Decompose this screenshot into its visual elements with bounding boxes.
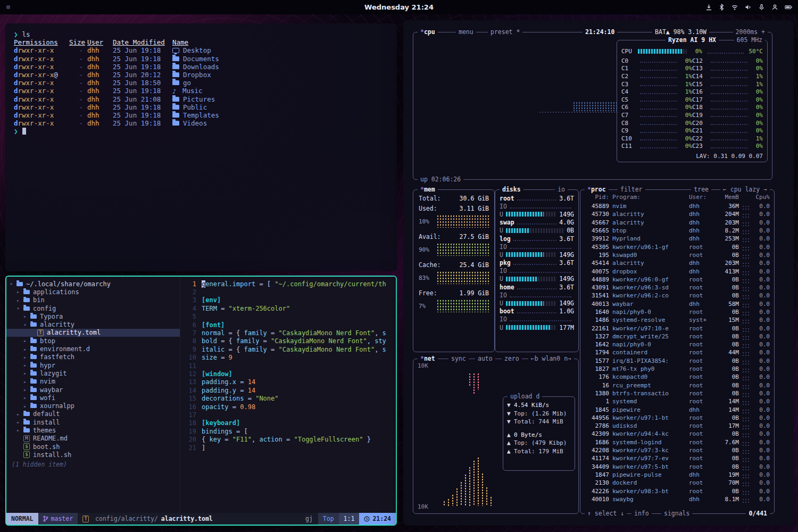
process-row[interactable]: 45889nvimdhh36M0.0	[580, 202, 774, 210]
disk-name: root	[500, 195, 514, 202]
tree-item-hypr[interactable]: ▸hypr	[6, 361, 180, 369]
battery-icon[interactable]	[785, 4, 793, 11]
process-cpu: 0.0	[754, 414, 770, 421]
process-row[interactable]: 39912Hyprlanddhh253M0.0	[580, 235, 774, 243]
process-row[interactable]: 1827mt76-tx phy0root0B0.0	[580, 365, 774, 373]
tree-item-waybar[interactable]: ▸waybar	[6, 386, 180, 394]
terminal-cursor	[22, 128, 26, 135]
tree-item-config[interactable]: ▾config	[6, 304, 180, 312]
editor[interactable]: 1general.import = [ "~/.config/omarchy/c…	[180, 277, 396, 513]
mem-panel-title[interactable]: *mem	[418, 186, 438, 194]
process-row[interactable]: 31541kworker/u96:2-coroot0B0.0	[580, 292, 774, 300]
cpu-panel-title[interactable]: *cpu	[418, 28, 438, 36]
process-row[interactable]: 43091kworker/u96:3-sdroot0B0.0	[580, 284, 774, 292]
process-row[interactable]: 42208kworker/u97:3-kcroot0B0.0	[580, 446, 774, 454]
select-hint[interactable]: ↑ select ↓	[585, 510, 627, 518]
download-arrow-icon: ▼	[507, 410, 514, 417]
net-zero-button[interactable]: zero	[502, 355, 522, 363]
process-row[interactable]: 1systemdroot14M0.0	[580, 397, 774, 405]
bluetooth-icon[interactable]	[719, 4, 725, 11]
workspace-indicator[interactable]	[6, 5, 10, 9]
net-interface[interactable]: ←b wlan0 n→	[528, 355, 574, 363]
wifi-icon[interactable]	[731, 4, 738, 11]
tree-item-install[interactable]: ▸install	[6, 418, 180, 426]
process-row[interactable]: 45305kworker/u96:1-gfroot0B0.0	[580, 243, 774, 251]
process-row[interactable]: 40075dropboxdhh413M0.0	[580, 267, 774, 275]
volume-icon[interactable]	[745, 4, 752, 11]
tree-item-lazygit[interactable]: ▸lazygit	[6, 369, 180, 377]
process-row[interactable]: 1642napi/phy0-0root0B0.0	[580, 340, 774, 348]
tree-item-alacritty[interactable]: ▾alacritty	[6, 320, 180, 328]
user-icon[interactable]	[771, 4, 778, 11]
tree-item-nvim[interactable]: ▸nvim	[6, 378, 180, 386]
menu-button[interactable]: menu	[456, 28, 476, 36]
tree-toggle-button[interactable]: tree	[691, 186, 711, 194]
process-row[interactable]: 2130dockerdroot70M0.0	[580, 479, 774, 487]
terminal-nvim-window[interactable]: ▾ ~/.local/share/omarchy ▸applications▸b…	[5, 276, 397, 526]
tree-item-bin[interactable]: ▸bin	[6, 296, 180, 304]
table-row: drwxr-xr-x-dhh25 Jun 19:18Downloads	[14, 63, 388, 71]
tree-item-fastfetch[interactable]: ▸fastfetch	[6, 353, 180, 361]
tree-item-xournalpp[interactable]: ▸xournalpp	[6, 402, 180, 410]
net-auto-button[interactable]: auto	[475, 355, 495, 363]
download-tray-icon[interactable]	[705, 4, 712, 11]
process-mem: 0B	[717, 382, 739, 389]
process-row[interactable]: 176kcompactd0root0B0.0	[580, 373, 774, 381]
shell-prompt-empty[interactable]: ❯	[14, 127, 388, 135]
process-row[interactable]: 45665btopdhh8.2M0.0	[580, 227, 774, 235]
process-row[interactable]: 1794containerdroot44M0.0	[580, 348, 774, 356]
process-row[interactable]: 1577irq/81-PIXA3854:root0B0.0	[580, 357, 774, 365]
tree-item-btop[interactable]: ▸btop	[6, 337, 180, 345]
process-row[interactable]: 1686systemd-logindroot7.6M0.0	[580, 438, 774, 446]
process-row[interactable]: 34409kworker/u97:5-btroot0B0.0	[580, 463, 774, 471]
microphone-icon[interactable]	[758, 4, 765, 11]
net-panel-title[interactable]: *net	[418, 355, 438, 363]
tree-root[interactable]: ▾ ~/.local/share/omarchy	[6, 280, 180, 288]
process-row[interactable]: 1486systemd-resolvesyst+15M0.0	[580, 316, 774, 324]
tree-item-default[interactable]: ▸default	[6, 410, 180, 418]
process-row[interactable]: 45414alacrittydhh203M0.0	[580, 259, 774, 267]
update-interval[interactable]: 2000ms +	[733, 28, 768, 36]
tree-item-applications[interactable]: ▸applications	[6, 288, 180, 296]
tree-item-environment-d[interactable]: ▸environment.d	[6, 345, 180, 353]
process-row[interactable]: 45667alacrittydhh203M0.0	[580, 219, 774, 227]
signals-button[interactable]: signals	[661, 510, 692, 518]
process-row[interactable]: 2786udisksdroot17M0.0	[580, 422, 774, 430]
process-row[interactable]: 40013waybardhh58M0.0	[580, 300, 774, 308]
process-row[interactable]: 1845pipewiredhh14M0.0	[580, 405, 774, 413]
process-row[interactable]: 44956kworker/u97:1-btroot0B0.0	[580, 414, 774, 422]
tree-item-typora[interactable]: ▸Typora	[6, 312, 180, 320]
process-row[interactable]: 22161kworker/u97:10-eroot0B0.0	[580, 324, 774, 332]
core-name: C9	[621, 127, 637, 134]
tree-item-boot-sh[interactable]: $boot.sh	[6, 443, 180, 451]
net-sync-button[interactable]: sync	[448, 355, 469, 363]
process-row[interactable]: 40010swaybgdhh8.1M0.0	[580, 495, 774, 503]
process-row[interactable]: 195kswapd0root0B0.0	[580, 251, 774, 259]
info-button[interactable]: info	[631, 510, 652, 518]
preset-button[interactable]: preset *	[488, 28, 522, 36]
io-mode-button[interactable]: io	[555, 186, 568, 194]
tree-item-alacritty-toml[interactable]: Talacritty.toml	[6, 329, 180, 337]
tree-item-themes[interactable]: ▸themes	[6, 426, 180, 434]
git-branch[interactable]: master	[38, 513, 78, 525]
btop-window[interactable]: *cpu menu preset * 21:24:10 BAT▲ 98% 3.1…	[403, 20, 794, 526]
process-row[interactable]: 1640napi/phy0-0root0B0.0	[580, 308, 774, 316]
process-row[interactable]: 1380btrfs-transactioroot0B0.0	[580, 389, 774, 397]
process-row[interactable]: 42226kworker/u98:3-btroot0B0.0	[580, 487, 774, 495]
process-row[interactable]: 16rcu_preemptroot0B0.0	[580, 381, 774, 389]
chevron-right-icon: ▸	[16, 411, 23, 417]
process-row[interactable]: 1327dmcrypt_write/25root0B0.0	[580, 332, 774, 340]
process-row[interactable]: 45730alacrittydhh204M0.0	[580, 210, 774, 218]
process-row[interactable]: 42309kworker/u94:4-kcroot0B0.0	[580, 430, 774, 438]
proc-panel-title[interactable]: *proc	[585, 186, 609, 194]
process-row[interactable]: 1847pipewire-pulsedhh19M0.0	[580, 471, 774, 479]
terminal-ls-window[interactable]: ❯ls Permissions Size User Date Modified …	[5, 23, 397, 271]
process-row[interactable]: 44889kworker/u96:0-gfroot0B0.0	[580, 276, 774, 284]
tree-item-wofi[interactable]: ▸wofi	[6, 394, 180, 402]
disks-panel-title[interactable]: disks	[500, 186, 523, 194]
process-row[interactable]: 41174kworker/u97:7-evroot0B0.0	[580, 454, 774, 462]
filter-button[interactable]: filter	[618, 186, 645, 194]
tree-item-install-sh[interactable]: $install.sh	[6, 451, 180, 459]
sort-selector[interactable]: ← cpu lazy →	[720, 186, 770, 194]
tree-item-readme-md[interactable]: MREADME.md	[6, 435, 180, 443]
